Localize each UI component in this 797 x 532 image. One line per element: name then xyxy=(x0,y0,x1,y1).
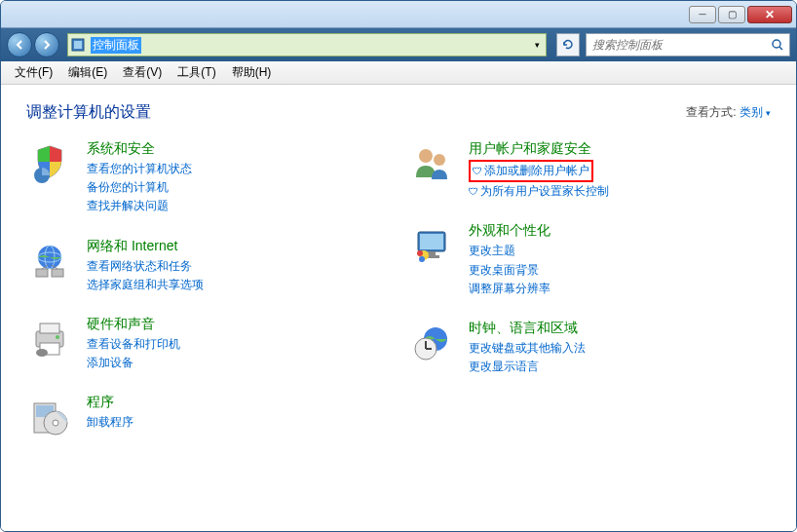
search-input[interactable] xyxy=(587,38,766,52)
view-by-dropdown[interactable]: 类别 xyxy=(740,104,771,121)
view-by-label: 查看方式: xyxy=(686,104,736,121)
refresh-icon xyxy=(561,38,575,52)
arrow-right-icon xyxy=(41,39,53,51)
svg-rect-13 xyxy=(40,323,59,333)
titlebar: ─ ▢ ✕ xyxy=(1,1,796,28)
category-link[interactable]: 调整屏幕分辨率 xyxy=(469,280,771,298)
search-icon xyxy=(771,38,784,52)
maximize-button[interactable]: ▢ xyxy=(718,6,745,23)
right-column: 用户帐户和家庭安全 添加或删除用户帐户 为所有用户设置家长控制 外观和个性化 更… xyxy=(408,140,771,462)
category-link[interactable]: 卸载程序 xyxy=(87,413,389,432)
category-link[interactable]: 添加设备 xyxy=(87,354,389,372)
category-title[interactable]: 硬件和声音 xyxy=(87,316,389,333)
svg-point-2 xyxy=(773,40,780,48)
category-title[interactable]: 外观和个性化 xyxy=(469,222,771,240)
svg-rect-25 xyxy=(428,251,436,255)
address-bar-group: 控制面板 ▾ xyxy=(67,33,547,57)
users-icon xyxy=(408,140,455,187)
category-title[interactable]: 系统和安全 xyxy=(87,140,389,158)
control-panel-window: ─ ▢ ✕ 控制面板 ▾ 文件(F) 编辑(E) 查看(V) xyxy=(0,0,797,532)
content-area: 调整计算机的设置 查看方式: 类别 系统和安全 查看您的计算机状态 备份您的计算… xyxy=(1,85,796,531)
address-dropdown[interactable]: ▾ xyxy=(529,33,547,57)
category-link[interactable]: 查找并解决问题 xyxy=(87,197,389,215)
svg-point-22 xyxy=(434,154,445,166)
svg-rect-1 xyxy=(74,41,82,49)
add-remove-user-link[interactable]: 添加或删除用户帐户 xyxy=(473,162,589,180)
control-panel-icon xyxy=(67,33,87,57)
category-link[interactable]: 查看设备和打印机 xyxy=(87,335,389,354)
address-bar[interactable]: 控制面板 xyxy=(87,33,529,57)
svg-rect-24 xyxy=(420,234,443,249)
svg-line-3 xyxy=(779,47,782,50)
monitor-paint-icon xyxy=(408,222,455,269)
printer-icon xyxy=(26,316,73,362)
category-link[interactable]: 为所有用户设置家长控制 xyxy=(469,182,771,201)
search-button[interactable] xyxy=(766,34,789,56)
search-box xyxy=(586,33,790,57)
menu-view[interactable]: 查看(V) xyxy=(115,62,170,83)
category-system-security: 系统和安全 查看您的计算机状态 备份您的计算机 查找并解决问题 xyxy=(26,140,389,216)
minimize-button[interactable]: ─ xyxy=(689,6,716,23)
categories-grid: 系统和安全 查看您的计算机状态 备份您的计算机 查找并解决问题 网络和 Inte… xyxy=(26,140,771,462)
category-title[interactable]: 网络和 Internet xyxy=(87,238,389,255)
category-link[interactable]: 更改桌面背景 xyxy=(469,261,771,280)
category-title[interactable]: 时钟、语言和区域 xyxy=(469,320,771,337)
category-clock-language: 时钟、语言和区域 更改键盘或其他输入法 更改显示语言 xyxy=(408,320,771,376)
category-title[interactable]: 程序 xyxy=(87,394,389,411)
back-button[interactable] xyxy=(7,32,32,57)
category-link[interactable]: 更改键盘或其他输入法 xyxy=(469,339,771,358)
close-button[interactable]: ✕ xyxy=(747,6,792,23)
address-text: 控制面板 xyxy=(91,37,141,54)
page-title: 调整计算机的设置 xyxy=(26,102,151,123)
forward-button[interactable] xyxy=(34,32,59,57)
svg-rect-9 xyxy=(52,269,63,277)
category-user-accounts: 用户帐户和家庭安全 添加或删除用户帐户 为所有用户设置家长控制 xyxy=(408,140,771,201)
category-link[interactable]: 查看网络状态和任务 xyxy=(87,257,389,276)
clock-globe-icon xyxy=(408,320,455,366)
category-link[interactable]: 更改显示语言 xyxy=(469,358,771,376)
disc-box-icon xyxy=(26,394,73,440)
svg-point-29 xyxy=(419,256,425,262)
svg-point-16 xyxy=(36,349,48,357)
category-appearance: 外观和个性化 更改主题 更改桌面背景 调整屏幕分辨率 xyxy=(408,222,771,298)
view-by-control: 查看方式: 类别 xyxy=(686,104,771,121)
menu-edit[interactable]: 编辑(E) xyxy=(60,62,115,83)
arrow-left-icon xyxy=(14,39,25,51)
refresh-button[interactable] xyxy=(556,33,580,57)
category-programs: 程序 卸载程序 xyxy=(26,394,389,440)
category-link[interactable]: 选择家庭组和共享选项 xyxy=(87,276,389,294)
svg-point-21 xyxy=(419,149,433,163)
globe-network-icon xyxy=(26,238,73,285)
category-link[interactable]: 备份您的计算机 xyxy=(87,178,389,197)
svg-point-20 xyxy=(53,420,58,426)
category-link[interactable]: 查看您的计算机状态 xyxy=(87,160,389,178)
category-network: 网络和 Internet 查看网络状态和任务 选择家庭组和共享选项 xyxy=(26,238,389,294)
menu-bar: 文件(F) 编辑(E) 查看(V) 工具(T) 帮助(H) xyxy=(1,61,796,85)
svg-point-28 xyxy=(417,250,423,256)
shield-chart-icon xyxy=(26,140,73,187)
menu-file[interactable]: 文件(F) xyxy=(7,62,60,83)
svg-rect-8 xyxy=(36,269,48,277)
category-title[interactable]: 用户帐户和家庭安全 xyxy=(469,140,771,158)
svg-point-15 xyxy=(56,335,59,339)
category-hardware: 硬件和声音 查看设备和打印机 添加设备 xyxy=(26,316,389,372)
content-header: 调整计算机的设置 查看方式: 类别 xyxy=(26,102,771,123)
menu-tools[interactable]: 工具(T) xyxy=(170,62,223,83)
left-column: 系统和安全 查看您的计算机状态 备份您的计算机 查找并解决问题 网络和 Inte… xyxy=(26,140,389,462)
menu-help[interactable]: 帮助(H) xyxy=(224,62,280,83)
navigation-bar: 控制面板 ▾ xyxy=(1,28,796,61)
highlighted-link-box: 添加或删除用户帐户 xyxy=(469,160,593,182)
category-link[interactable]: 更改主题 xyxy=(469,242,771,260)
